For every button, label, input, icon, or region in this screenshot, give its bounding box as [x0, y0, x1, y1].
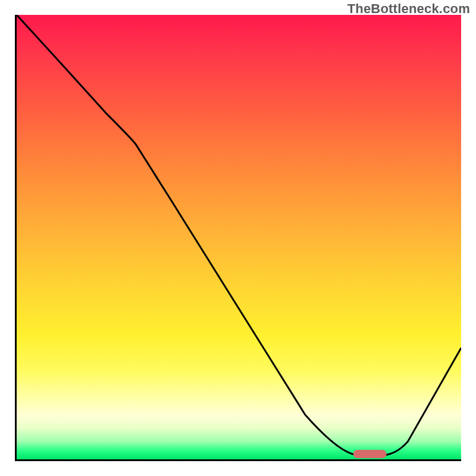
optimal-range-marker [353, 450, 387, 458]
bottleneck-chart: TheBottleneck.com [0, 0, 476, 476]
bottleneck-curve-path [17, 15, 461, 455]
plot-area [15, 15, 461, 461]
curve-layer [17, 15, 461, 459]
